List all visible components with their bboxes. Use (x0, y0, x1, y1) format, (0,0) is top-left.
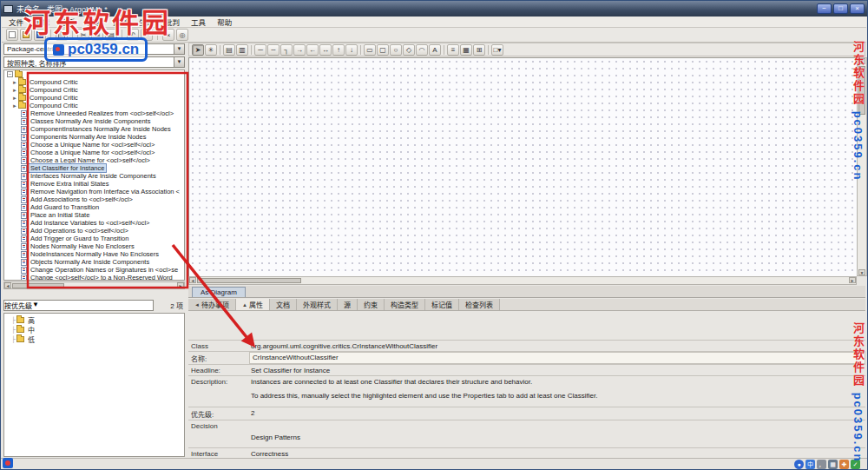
corner-line-tool-button[interactable]: ┐ (280, 44, 293, 56)
tree-item[interactable]: Remove Navigation from Interface via Ass… (4, 188, 184, 195)
priority-item[interactable]: ├低 (4, 334, 184, 344)
tree-item[interactable]: ►Compound Critic (4, 102, 184, 109)
new-note-button[interactable]: ▤ (223, 44, 235, 56)
find-icon[interactable]: ◎ (176, 29, 188, 41)
tree-item[interactable]: Place an Initial State (4, 211, 184, 219)
scrollbar-thumb[interactable] (12, 283, 64, 288)
tree-horizontal-scrollbar[interactable]: ◄ ► (3, 281, 185, 289)
tree-item[interactable]: ►Compound Critic (4, 78, 184, 86)
redo-icon[interactable]: ↷ (141, 29, 153, 41)
print-icon[interactable] (56, 29, 68, 41)
tree-item[interactable]: Set Classifier for Instance (4, 164, 184, 172)
snap-toggle-button[interactable]: ⊞ (473, 44, 485, 56)
details-tab-6[interactable]: 构造类型 (385, 299, 425, 310)
expand-icon[interactable]: ► (12, 103, 17, 109)
menu-item[interactable]: 编辑 (35, 17, 49, 27)
punctuation-mode-icon[interactable]: ， (817, 460, 826, 469)
expand-icon[interactable]: ► (12, 88, 17, 93)
details-tab-8[interactable]: 检查列表 (459, 299, 500, 310)
chevron-down-icon[interactable]: ▼ (174, 57, 184, 67)
close-button[interactable]: × (850, 3, 865, 14)
copy-icon[interactable]: ⧉ (91, 29, 103, 41)
chevron-down-icon[interactable]: ▼ (174, 44, 184, 54)
priority-combo[interactable]: 按优先级 ▼ (3, 300, 154, 311)
scroll-down-icon[interactable]: ▼ (858, 269, 865, 275)
ime-logo-icon[interactable]: ● (794, 460, 804, 469)
select-tool-button[interactable]: ➤ (192, 44, 204, 56)
tree-item[interactable]: ►Compound Critic (4, 94, 184, 102)
tree-item[interactable]: Choose a Unique Name for <ocl>self</ocl> (4, 141, 184, 149)
details-tab-2[interactable]: 文档 (270, 299, 297, 310)
details-tab-5[interactable]: 约束 (358, 299, 385, 310)
stack-tool-button[interactable]: ≡ (447, 44, 459, 56)
grid-toggle-button[interactable]: ▦ (460, 44, 472, 56)
ime-state-icon[interactable]: ✓ (851, 460, 860, 469)
priority-item[interactable]: ├高 (4, 315, 184, 325)
tree-item[interactable]: Classes Normally Are Inside Components (4, 117, 184, 125)
tree-item[interactable]: Add Guard to Transition (4, 203, 184, 211)
tree-item[interactable]: Choose a Legal Name for <ocl>self</ocl> (4, 156, 184, 164)
tree-item[interactable]: Add Instance Variables to <ocl>self</ocl… (4, 219, 184, 227)
details-tab-3[interactable]: 外观样式 (297, 299, 338, 310)
open-file-icon[interactable] (20, 29, 32, 41)
tree-item[interactable]: Remove Unneeded Realizes from <ocl>self<… (4, 109, 184, 117)
details-tab-0[interactable]: ◄待办事项 (188, 299, 236, 310)
tree-item[interactable]: ComponentInstances Normally Are Inside N… (4, 125, 184, 133)
dashed-line-tool-button[interactable]: ┄ (267, 44, 279, 56)
rounded-rect-tool-button[interactable]: ▢ (377, 44, 389, 56)
scrollbar-thumb[interactable] (197, 278, 301, 283)
details-tab-1[interactable]: ▲属性 (236, 299, 270, 310)
scrollbar-thumb[interactable] (858, 66, 865, 115)
ime-toolbox-icon[interactable]: ✚ (839, 460, 849, 469)
tree-item[interactable]: Remove Extra Initial States (4, 180, 184, 188)
chevron-down-icon[interactable]: ▼ (32, 301, 39, 310)
tree-item[interactable]: Add Trigger or Guard to Transition (4, 235, 184, 242)
minimize-button[interactable]: − (817, 3, 832, 14)
broom-tool-button[interactable]: ✳ (205, 44, 217, 56)
order-combo[interactable]: 按照种类, 名称排序 ▼ (3, 56, 185, 68)
menu-item[interactable]: 生成 (139, 17, 154, 27)
menu-item[interactable]: 文件 (9, 17, 23, 27)
save-file-icon[interactable] (34, 29, 46, 41)
association-left-button[interactable]: ← (306, 44, 319, 56)
soft-keyboard-icon[interactable]: ▦ (828, 460, 838, 469)
perspective-combo[interactable]: Package-centric ▼ (3, 43, 185, 55)
scroll-right-icon[interactable]: ► (849, 277, 856, 283)
line-tool-button[interactable]: ─ (254, 44, 266, 56)
shape-dropdown-button[interactable]: □▾ (491, 44, 503, 56)
arc-tool-button[interactable]: ◠ (416, 44, 428, 56)
priority-item[interactable]: ├中 (4, 325, 184, 334)
tree-item[interactable]: ►Compound Critic (4, 86, 184, 94)
text-tool-button[interactable]: A (429, 44, 441, 56)
scroll-right-icon[interactable]: ► (177, 282, 184, 288)
expand-icon[interactable]: ► (12, 96, 17, 101)
rectangle-tool-button[interactable]: ▭ (364, 44, 376, 56)
expand-icon[interactable]: ► (12, 80, 17, 85)
remove-icon[interactable]: × (162, 29, 174, 41)
cut-icon[interactable]: ✂ (77, 29, 89, 41)
menu-item[interactable]: 查看 (61, 17, 76, 27)
maximize-button[interactable]: □ (833, 3, 848, 14)
tree-item[interactable]: Components Normally Are Inside Nodes (4, 133, 184, 141)
paste-icon[interactable]: ▤ (105, 29, 117, 41)
canvas-vertical-scrollbar[interactable]: ▲ ▼ (857, 57, 867, 276)
undo-icon[interactable]: ↶ (127, 29, 139, 41)
dependency-down-button[interactable]: ↓ (345, 44, 358, 56)
association-right-button[interactable]: → (293, 44, 306, 56)
menu-item[interactable]: 工具 (191, 17, 206, 27)
scroll-left-icon[interactable]: ◄ (189, 277, 196, 283)
collapse-icon[interactable]: − (7, 71, 13, 77)
canvas-horizontal-scrollbar[interactable]: ◄ ► (188, 276, 857, 285)
new-file-icon[interactable] (6, 29, 18, 41)
circle-tool-button[interactable]: ○ (390, 44, 402, 56)
tree-item[interactable]: Add Associations to <ocl>self</ocl> (4, 195, 184, 203)
name-input[interactable]: CrInstanceWithoutClassifier (250, 353, 865, 363)
menu-item[interactable]: 创建 (87, 17, 102, 27)
tree-item[interactable]: Nodes Normally Have No Enclosers (4, 242, 184, 250)
scroll-up-icon[interactable]: ▲ (858, 58, 865, 64)
chinese-mode-icon[interactable]: 中 (806, 460, 815, 469)
tree-item[interactable]: Interfaces Normally Are Inside Component… (4, 172, 184, 180)
menu-item[interactable]: 排列 (113, 17, 128, 27)
new-comment-button[interactable]: ▥ (236, 44, 248, 56)
tree-item[interactable]: Choose a Unique Name for <ocl>self</ocl> (4, 149, 184, 156)
